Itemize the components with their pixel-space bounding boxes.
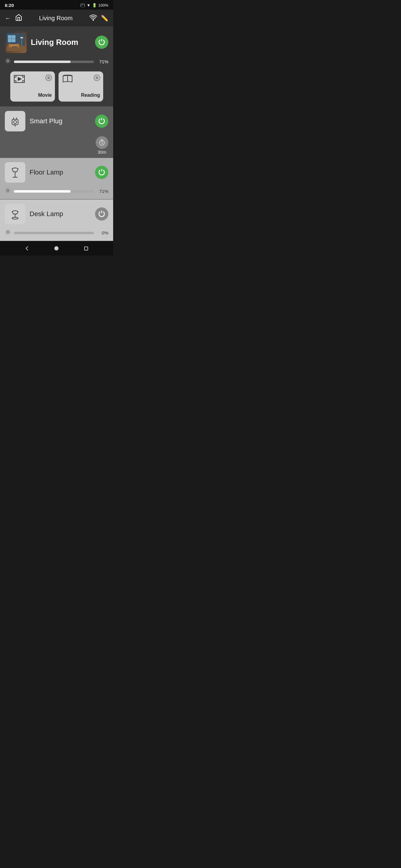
svg-line-52 [6, 234, 6, 234]
svg-rect-23 [14, 81, 16, 83]
scene-reading-label: Reading [81, 93, 100, 98]
room-brightness-fill [14, 61, 70, 63]
room-power-button[interactable] [95, 36, 108, 49]
smart-plug-section: Smart Plug 30m [0, 107, 113, 158]
svg-line-18 [6, 62, 6, 63]
floor-lamp-brightness-track[interactable] [14, 190, 94, 193]
desk-lamp-section: Desk Lamp [0, 199, 113, 241]
scene-movie-top [14, 74, 52, 86]
room-brightness-row: 71% [0, 57, 113, 69]
desk-lamp-brightness-label: 0% [97, 230, 108, 236]
reading-radio [93, 74, 100, 81]
floor-lamp-row: Floor Lamp [0, 158, 113, 187]
svg-point-0 [93, 19, 94, 20]
scene-movie-button[interactable]: Movie [10, 71, 55, 101]
room-info: Living Room [5, 31, 78, 53]
nav-right: ✏️ [89, 14, 108, 22]
svg-rect-22 [23, 75, 24, 77]
svg-point-30 [13, 121, 17, 124]
svg-line-40 [9, 192, 10, 192]
svg-line-16 [6, 59, 6, 59]
home-nav-button[interactable] [52, 244, 61, 253]
home-button[interactable] [15, 14, 22, 23]
page-title: Living Room [22, 15, 89, 22]
floor-lamp-brightness-icon [5, 187, 11, 195]
main-content: Living Room 71% [0, 27, 113, 241]
svg-line-17 [9, 62, 10, 63]
svg-rect-8 [17, 44, 19, 47]
room-header: Living Room [0, 27, 113, 57]
status-bar: 6:20 📳 ▼ 🔋 100% [0, 0, 113, 10]
svg-rect-24 [23, 81, 24, 83]
vibrate-icon: 📳 [80, 3, 85, 7]
status-icons: 📳 ▼ 🔋 100% [80, 3, 108, 7]
svg-point-44 [12, 217, 18, 219]
back-nav-button[interactable] [22, 244, 32, 253]
svg-point-11 [7, 60, 9, 62]
movie-icon [14, 74, 25, 86]
svg-line-50 [6, 230, 6, 230]
desk-lamp-brightness-icon [5, 229, 11, 237]
scene-row: Movie Reading [0, 69, 113, 106]
movie-radio [45, 74, 52, 81]
room-brightness-label: 71% [97, 59, 108, 64]
brightness-icon [5, 58, 11, 65]
bottom-nav [0, 241, 113, 255]
floor-lamp-brightness-label: 71% [97, 189, 108, 194]
desk-lamp-brightness-track[interactable] [14, 232, 94, 234]
svg-rect-9 [12, 46, 17, 47]
floor-lamp-brightness-fill [14, 190, 70, 193]
svg-marker-25 [18, 78, 21, 81]
svg-line-42 [9, 189, 10, 189]
svg-line-39 [6, 189, 6, 189]
scene-movie-label: Movie [38, 93, 52, 98]
desk-lamp-name: Desk Lamp [30, 210, 91, 218]
nav-left: ← [5, 14, 22, 23]
floor-lamp-name: Floor Lamp [30, 168, 91, 176]
svg-rect-7 [9, 44, 11, 47]
wifi-icon: ▼ [87, 3, 90, 7]
floor-lamp-icon-box [5, 162, 25, 183]
timer-col: 30m [96, 136, 108, 155]
desk-lamp-icon-box [5, 204, 25, 224]
desk-lamp-power-button[interactable] [95, 207, 108, 221]
timer-label: 30m [97, 150, 106, 155]
svg-rect-21 [14, 75, 16, 77]
edit-icon[interactable]: ✏️ [101, 14, 108, 22]
desk-lamp-brightness-row: 0% [0, 228, 113, 241]
scene-reading-top [62, 74, 100, 86]
room-name: Living Room [31, 38, 78, 47]
battery-percent: 100% [98, 3, 108, 7]
svg-point-45 [7, 231, 9, 233]
scene-reading-button[interactable]: Reading [59, 71, 103, 101]
svg-line-19 [9, 59, 10, 59]
top-nav: ← Living Room ✏️ [0, 10, 113, 27]
battery-icon: 🔋 [92, 3, 97, 7]
smart-plug-timer-row: 30m [0, 135, 113, 158]
recent-nav-button[interactable] [82, 244, 91, 253]
svg-line-53 [9, 230, 10, 230]
smart-plug-row: Smart Plug [0, 107, 113, 135]
svg-rect-26 [12, 119, 18, 125]
wifi-signal-icon[interactable] [89, 14, 97, 22]
smart-plug-icon-box [5, 111, 25, 131]
reading-icon [62, 74, 73, 86]
desk-lamp-row: Desk Lamp [0, 199, 113, 228]
svg-line-41 [6, 192, 6, 192]
smart-plug-name: Smart Plug [30, 117, 91, 125]
status-time: 6:20 [5, 3, 14, 8]
floor-lamp-section: Floor Lamp [0, 158, 113, 199]
room-brightness-track[interactable] [14, 61, 94, 63]
floor-lamp-power-button[interactable] [95, 166, 108, 179]
room-thumbnail [5, 31, 27, 53]
back-button[interactable]: ← [5, 15, 11, 22]
svg-line-51 [9, 234, 10, 234]
floor-lamp-brightness-row: 71% [0, 187, 113, 199]
smart-plug-power-button[interactable] [95, 115, 108, 128]
timer-icon[interactable] [96, 136, 108, 149]
svg-point-34 [7, 190, 9, 192]
